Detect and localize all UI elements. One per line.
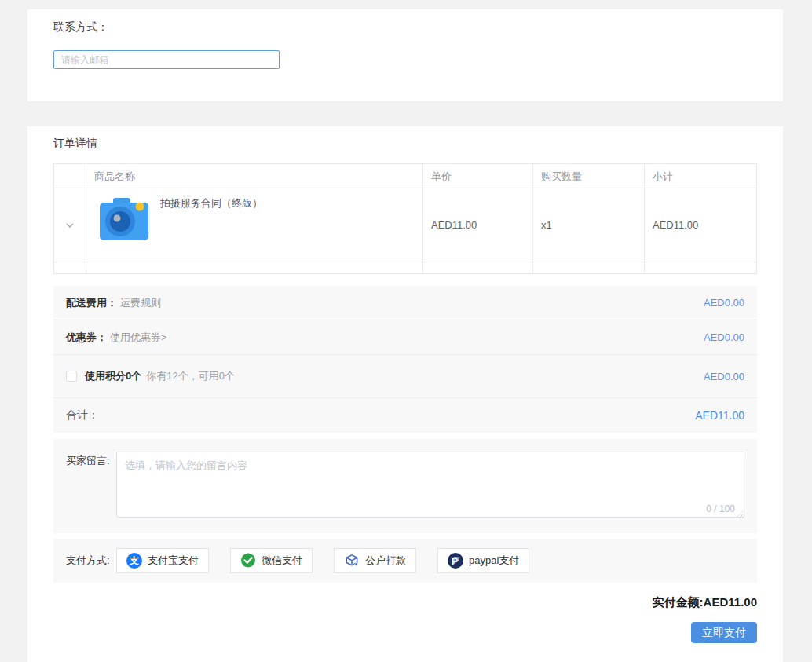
points-amount: AED0.00 <box>704 371 744 382</box>
contact-label: 联系方式： <box>53 20 757 35</box>
order-table: 商品名称 单价 购买数量 小计 <box>53 163 757 274</box>
use-coupon-link[interactable]: 使用优惠券> <box>110 331 167 345</box>
product-cell: 拍摄服务合同（终版） <box>86 188 422 262</box>
product-name: 拍摄服务合同（终版） <box>160 196 262 210</box>
order-title: 订单详情 <box>53 126 757 151</box>
paypal-button[interactable]: P P paypal支付 <box>437 548 529 573</box>
corporate-transfer-icon <box>344 553 360 569</box>
buyer-message-section: 买家留言: 0 / 100 <box>53 439 757 533</box>
shipping-fee-row: 配送费用： 运费规则 AED0.00 <box>53 286 757 320</box>
corporate-transfer-label: 公户打款 <box>365 554 406 568</box>
order-section: 订单详情 商品名称 单价 购买数量 小计 <box>27 126 783 662</box>
amount-payable-value: AED11.00 <box>704 595 757 609</box>
points-checkbox[interactable] <box>66 371 77 382</box>
table-footer-row <box>54 262 756 273</box>
buyer-message-textarea[interactable] <box>116 452 744 518</box>
points-hint: 你有12个，可用0个 <box>146 369 235 383</box>
alipay-button[interactable]: 支 支付宝支付 <box>116 548 209 573</box>
table-header-expand <box>54 164 86 188</box>
alipay-label: 支付宝支付 <box>148 554 199 568</box>
points-row: 使用积分0个 你有12个，可用0个 AED0.00 <box>53 355 757 398</box>
total-row: 合计： AED11.00 <box>53 398 757 433</box>
table-header-unit-price: 单价 <box>422 164 532 188</box>
buyer-message-wrap: 0 / 100 <box>116 452 744 521</box>
row-expand-toggle[interactable] <box>54 188 86 262</box>
table-header-subtotal: 小计 <box>644 164 756 188</box>
unit-price-cell: AED11.00 <box>422 188 532 262</box>
corporate-transfer-button[interactable]: 公户打款 <box>334 548 416 573</box>
payment-section: 支付方式: 支 支付宝支付 微信支付 <box>53 539 757 583</box>
wechat-pay-icon <box>240 553 256 569</box>
wechat-pay-label: 微信支付 <box>262 554 302 568</box>
shipping-fee-amount: AED0.00 <box>704 297 744 309</box>
coupon-row: 优惠券： 使用优惠券> AED0.00 <box>53 320 757 355</box>
payment-label: 支付方式: <box>66 554 116 568</box>
wechat-pay-button[interactable]: 微信支付 <box>230 548 313 573</box>
table-header-quantity: 购买数量 <box>532 164 644 188</box>
pay-now-button[interactable]: 立即支付 <box>691 622 757 643</box>
product-camera-image <box>99 198 149 245</box>
chevron-down-icon <box>65 222 75 229</box>
total-amount: AED11.00 <box>695 409 744 422</box>
paynow-row: 立即支付 <box>53 622 757 643</box>
shipping-fee-label: 配送费用： <box>66 296 117 310</box>
contact-section: 联系方式： <box>27 9 783 101</box>
table-header-row: 商品名称 单价 购买数量 小计 <box>54 164 756 188</box>
total-label: 合计： <box>66 408 99 422</box>
buyer-message-label: 买家留言: <box>66 452 116 468</box>
shipping-rules-link[interactable]: 运费规则 <box>120 296 161 310</box>
coupon-amount: AED0.00 <box>704 331 744 343</box>
fee-rows: 配送费用： 运费规则 AED0.00 优惠券： 使用优惠券> AED0.00 使… <box>53 286 757 433</box>
paypal-icon: P P <box>448 553 463 569</box>
amount-payable-label: 实付金额: <box>653 595 704 609</box>
subtotal-cell: AED11.00 <box>644 188 756 262</box>
table-row: 拍摄服务合同（终版） AED11.00 x1 AED11.00 <box>54 188 756 262</box>
coupon-label: 优惠券： <box>66 331 107 345</box>
checkout-page: 联系方式： 订单详情 商品名称 单价 购买数量 小计 <box>0 0 812 662</box>
points-label: 使用积分0个 <box>85 369 141 383</box>
summary-row: 实付金额:AED11.00 <box>53 595 757 610</box>
alipay-icon: 支 <box>126 553 142 569</box>
table-header-name: 商品名称 <box>86 164 422 188</box>
quantity-cell: x1 <box>532 188 644 262</box>
email-input[interactable] <box>53 50 280 69</box>
paypal-label: paypal支付 <box>469 554 519 568</box>
